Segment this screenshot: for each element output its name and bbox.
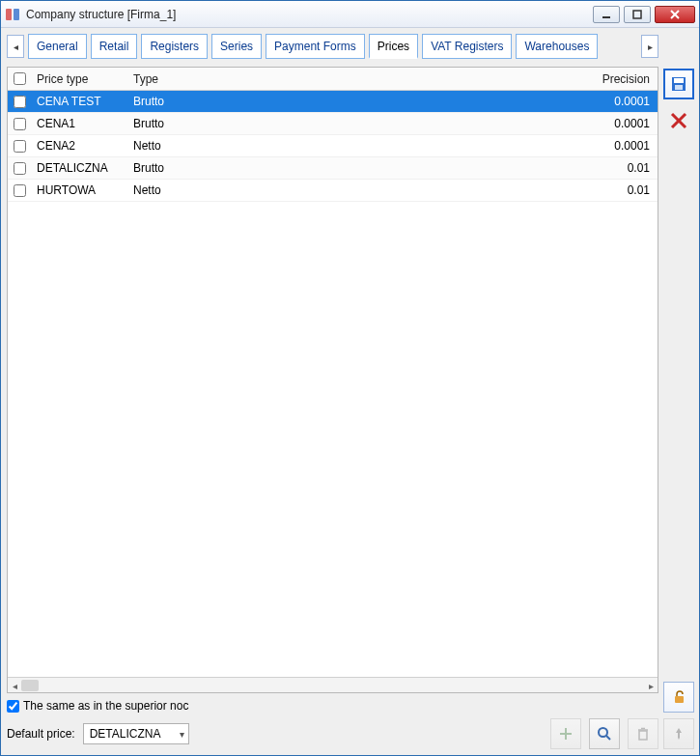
- svg-rect-0: [6, 9, 12, 20]
- row-checkbox-cell: [8, 162, 31, 175]
- unlock-icon: [671, 689, 686, 705]
- svg-rect-3: [633, 11, 641, 18]
- scroll-left-button[interactable]: ◂: [8, 678, 21, 693]
- maximize-icon: [632, 10, 642, 19]
- triangle-left-icon: ◂: [14, 42, 18, 52]
- row-checkbox[interactable]: [14, 140, 26, 153]
- table-row[interactable]: CENA TESTBrutto0.0001: [8, 91, 658, 113]
- tab-label: Payment Forms: [274, 40, 356, 53]
- pin-button[interactable]: [663, 718, 694, 749]
- tab-label: Registers: [150, 40, 199, 53]
- grid-header: Price type Type Precision: [8, 68, 658, 91]
- tab-scroll-left[interactable]: ◂: [7, 35, 24, 58]
- default-price-label: Default price:: [7, 727, 75, 741]
- row-checkbox[interactable]: [14, 162, 26, 175]
- table-row[interactable]: HURTOWANetto0.01: [8, 180, 658, 202]
- pin-icon: [671, 726, 686, 742]
- cell-price-type: DETALICZNA: [31, 161, 127, 175]
- window-frame: Company structure [Firma_1] ◂ General Re…: [0, 0, 700, 756]
- cell-precision: 0.01: [183, 161, 658, 175]
- row-checkbox-cell: [8, 140, 31, 153]
- same-as-superior-checkbox[interactable]: [7, 700, 19, 713]
- prices-grid: Price type Type Precision CENA TESTBrutt…: [7, 67, 658, 693]
- svg-point-8: [599, 728, 607, 737]
- tab-label: General: [37, 40, 78, 53]
- plus-icon: [558, 726, 574, 742]
- app-icon: [5, 7, 20, 22]
- minimize-button[interactable]: [593, 6, 620, 23]
- cell-precision: 0.0001: [183, 117, 658, 130]
- header-checkbox[interactable]: [14, 72, 26, 85]
- grid-body: CENA TESTBrutto0.0001CENA1Brutto0.0001CE…: [8, 91, 658, 677]
- scroll-thumb[interactable]: [21, 680, 39, 691]
- red-x-icon: [669, 111, 688, 130]
- search-button[interactable]: [589, 718, 620, 749]
- row-checkbox[interactable]: [14, 96, 26, 108]
- tab-general[interactable]: General: [28, 34, 87, 59]
- tab-label: Retail: [99, 40, 129, 53]
- trash-button[interactable]: [628, 718, 658, 749]
- cell-precision: 0.01: [183, 183, 658, 197]
- svg-rect-18: [675, 696, 684, 703]
- tab-label: Warehouses: [524, 40, 589, 53]
- tab-label: Prices: [378, 40, 409, 53]
- table-row[interactable]: DETALICZNABrutto0.01: [8, 157, 658, 180]
- column-checkbox[interactable]: [8, 72, 31, 85]
- default-price-select[interactable]: DETALICZNA ▾: [83, 723, 189, 744]
- svg-line-9: [606, 736, 610, 740]
- cell-type: Brutto: [127, 95, 183, 108]
- titlebar[interactable]: Company structure [Firma_1]: [1, 1, 699, 28]
- tab-series[interactable]: Series: [211, 34, 262, 59]
- unlock-button[interactable]: [663, 682, 694, 713]
- svg-rect-15: [675, 85, 683, 90]
- same-as-superior-label: The same as in the superior noc: [23, 699, 188, 713]
- column-type[interactable]: Type: [127, 72, 183, 86]
- cell-precision: 0.0001: [183, 95, 658, 108]
- grid-h-scrollbar[interactable]: ◂ ▸: [8, 677, 658, 692]
- floppy-icon: [670, 75, 687, 93]
- row-checkbox-cell: [8, 96, 31, 108]
- cell-precision: 0.0001: [183, 139, 658, 153]
- tab-vat-registers[interactable]: VAT Registers: [422, 34, 512, 59]
- add-button[interactable]: [550, 718, 581, 749]
- window-title: Company structure [Firma_1]: [26, 8, 589, 21]
- trash-icon: [635, 726, 651, 742]
- svg-rect-1: [14, 9, 19, 20]
- cell-type: Brutto: [127, 117, 183, 130]
- row-checkbox[interactable]: [14, 118, 26, 130]
- scroll-right-button[interactable]: ▸: [644, 678, 658, 693]
- close-icon: [669, 9, 681, 20]
- column-price-type[interactable]: Price type: [31, 72, 127, 86]
- table-row[interactable]: CENA1Brutto0.0001: [8, 113, 658, 135]
- maximize-button[interactable]: [624, 6, 651, 23]
- row-checkbox[interactable]: [14, 184, 26, 197]
- chevron-down-icon: ▾: [180, 729, 184, 740]
- row-checkbox-cell: [8, 184, 31, 197]
- tab-label: Series: [220, 40, 253, 53]
- tab-scroll-right[interactable]: ▸: [641, 35, 658, 58]
- tab-label: VAT Registers: [431, 40, 503, 53]
- save-button[interactable]: [663, 69, 694, 99]
- close-button[interactable]: [655, 6, 695, 23]
- tab-payment-forms[interactable]: Payment Forms: [266, 34, 365, 59]
- svg-rect-10: [639, 731, 647, 740]
- tab-retail[interactable]: Retail: [91, 34, 138, 59]
- svg-rect-14: [674, 78, 684, 83]
- triangle-right-icon: ▸: [648, 42, 653, 52]
- tabstrip: ◂ General Retail Registers Series Paymen…: [7, 34, 658, 59]
- delete-row-button[interactable]: [663, 105, 694, 136]
- magnifier-icon: [597, 726, 612, 742]
- tab-warehouses[interactable]: Warehouses: [516, 34, 598, 59]
- cell-price-type: CENA1: [31, 117, 127, 130]
- cell-type: Brutto: [127, 161, 183, 175]
- tab-prices[interactable]: Prices: [369, 34, 418, 59]
- cell-price-type: CENA TEST: [31, 95, 127, 108]
- default-price-value: DETALICZNA: [90, 727, 161, 741]
- minimize-icon: [602, 10, 611, 19]
- cell-type: Netto: [127, 183, 183, 197]
- table-row[interactable]: CENA2Netto0.0001: [8, 135, 658, 157]
- side-toolbar: [658, 28, 699, 755]
- column-precision[interactable]: Precision: [183, 72, 658, 86]
- tab-registers[interactable]: Registers: [141, 34, 208, 59]
- cell-price-type: CENA2: [31, 139, 127, 153]
